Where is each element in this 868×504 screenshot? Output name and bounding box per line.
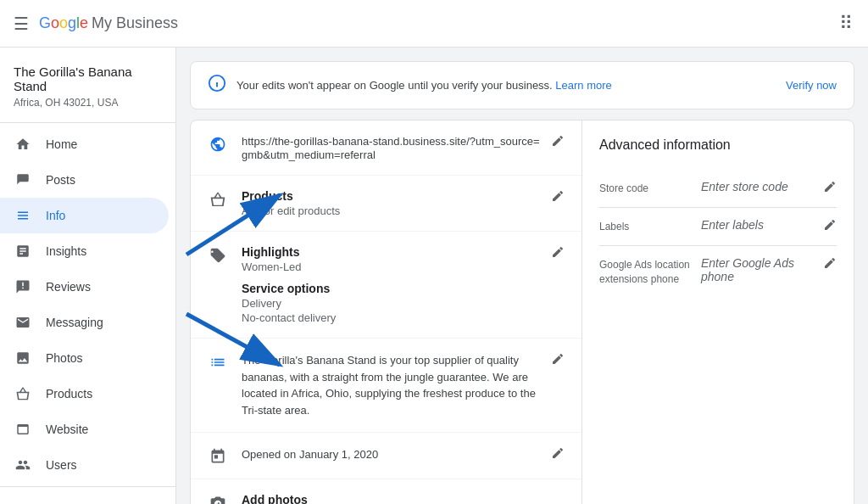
verify-now-link[interactable]: Verify now (769, 79, 837, 92)
website-url: https://the-gorillas-banana-stand.busine… (242, 135, 540, 161)
sidebar-item-website[interactable]: Website (0, 412, 169, 447)
insights-icon (14, 242, 32, 260)
website-url-content: https://the-gorillas-banana-stand.busine… (242, 134, 541, 161)
sidebar-label-home: Home (46, 137, 77, 151)
sidebar-label-messaging: Messaging (46, 316, 103, 329)
home-icon (14, 135, 32, 154)
service-no-contact: No-contact delivery (242, 311, 541, 324)
products-icon (14, 384, 32, 403)
advanced-column: Advanced information Store code Enter st… (582, 120, 854, 504)
camera-add-icon (208, 495, 228, 504)
logo: Google My Business (39, 14, 178, 32)
info-icon (14, 206, 32, 225)
add-photos-text: Add photos (242, 493, 308, 504)
info-row-website: https://the-gorillas-banana-stand.busine… (191, 120, 581, 176)
info-column: https://the-gorillas-banana-stand.busine… (191, 120, 582, 504)
photos-icon (14, 349, 32, 367)
edit-opened-icon[interactable] (551, 446, 565, 463)
sidebar-divider-top (0, 122, 175, 123)
sidebar-item-products[interactable]: Products (0, 376, 169, 412)
info-banner: Your edits won't appear on Google until … (190, 61, 854, 109)
description-content: The Gorilla's Banana Stand is your top s… (242, 352, 541, 418)
main-layout: The Gorilla's Banana Stand Africa, OH 43… (0, 48, 868, 504)
sidebar-label-insights: Insights (46, 244, 86, 258)
info-row-description: The Gorilla's Banana Stand is your top s… (191, 339, 581, 433)
sidebar-item-insights[interactable]: Insights (0, 233, 169, 269)
sidebar-item-users[interactable]: Users (0, 447, 169, 483)
edit-google-ads-icon[interactable] (823, 256, 837, 273)
edit-labels-icon[interactable] (823, 218, 837, 235)
info-row-products: Products Add or edit products (191, 176, 581, 232)
sidebar-item-messaging[interactable]: Messaging (0, 305, 169, 340)
bag-icon (208, 191, 228, 208)
google-ads-value: Enter Google Ads phone (701, 256, 816, 283)
opened-text: Opened on January 1, 2020 (242, 448, 378, 461)
edit-description-icon[interactable] (551, 352, 565, 369)
highlights-title: Highlights (242, 245, 541, 259)
edit-highlights-icon[interactable] (551, 245, 565, 262)
products-content: Products Add or edit products (242, 189, 541, 217)
add-photos-content: Add photos (242, 493, 565, 504)
sidebar-label-website: Website (46, 423, 88, 436)
website-icon (14, 420, 32, 439)
opened-content: Opened on January 1, 2020 (242, 446, 541, 463)
sidebar-label-photos: Photos (46, 351, 83, 365)
sidebar-divider-bottom (0, 486, 175, 487)
sidebar-item-photos[interactable]: Photos (0, 340, 169, 376)
posts-icon (14, 171, 32, 189)
apps-icon[interactable]: ⠿ (839, 13, 854, 35)
banner-text: Your edits won't appear on Google until … (236, 79, 769, 92)
users-icon (14, 456, 32, 474)
info-circle-icon (208, 74, 226, 97)
highlights-content: Highlights Women-Led Service options Del… (242, 245, 541, 324)
adv-row-store-code: Store code Enter store code (599, 170, 837, 208)
edit-products-icon[interactable] (551, 189, 565, 206)
messaging-icon (14, 313, 32, 332)
edit-store-code-icon[interactable] (823, 180, 837, 197)
store-code-value: Enter store code (701, 180, 816, 193)
highlights-value: Women-Led (242, 260, 541, 273)
adv-row-google-ads: Google Ads location extensions phone Ent… (599, 246, 837, 297)
sidebar: The Gorilla's Banana Stand Africa, OH 43… (0, 48, 176, 504)
labels-value: Enter labels (701, 218, 816, 232)
advanced-title: Advanced information (599, 137, 837, 153)
description-text: The Gorilla's Banana Stand is your top s… (242, 354, 536, 417)
lines-icon (208, 354, 228, 371)
business-address: Africa, OH 43021, USA (0, 97, 175, 119)
learn-more-link[interactable]: Learn more (555, 79, 611, 92)
sidebar-item-home[interactable]: Home (0, 126, 169, 162)
sidebar-label-reviews: Reviews (46, 280, 91, 294)
menu-icon[interactable]: ☰ (14, 14, 29, 34)
info-row-add-photos: Add photos (191, 479, 581, 504)
info-row-opened: Opened on January 1, 2020 (191, 433, 581, 479)
sidebar-item-info[interactable]: Info (0, 198, 169, 233)
sidebar-item-reviews[interactable]: Reviews (0, 269, 169, 305)
sidebar-label-posts: Posts (46, 173, 75, 187)
sidebar-label-info: Info (46, 209, 65, 222)
topbar: ☰ Google My Business ⠿ (0, 0, 868, 48)
products-title: Products (242, 189, 541, 203)
calendar-icon (208, 448, 228, 465)
sidebar-label-products: Products (46, 387, 92, 400)
globe-icon (208, 136, 228, 153)
reviews-icon (14, 277, 32, 296)
google-ads-label: Google Ads location extensions phone (599, 256, 701, 287)
info-card: https://the-gorillas-banana-stand.busine… (190, 120, 854, 504)
sidebar-item-create-ad[interactable]: Create an ad (0, 494, 169, 504)
products-subtitle: Add or edit products (242, 204, 541, 217)
sidebar-label-users: Users (46, 458, 77, 472)
logo-my-business: My Business (92, 14, 178, 32)
tag-icon (208, 247, 228, 264)
content-area: Your edits won't appear on Google until … (176, 48, 868, 504)
edit-website-icon[interactable] (551, 134, 565, 151)
labels-label: Labels (599, 218, 701, 234)
service-options-title: Service options (242, 282, 541, 295)
adv-row-labels: Labels Enter labels (599, 208, 837, 246)
store-code-label: Store code (599, 180, 701, 196)
logo-google: Google (39, 14, 88, 32)
business-name: The Gorilla's Banana Stand (0, 54, 175, 97)
service-delivery: Delivery (242, 297, 541, 310)
info-row-highlights: Highlights Women-Led Service options Del… (191, 232, 581, 339)
sidebar-item-posts[interactable]: Posts (0, 162, 169, 198)
